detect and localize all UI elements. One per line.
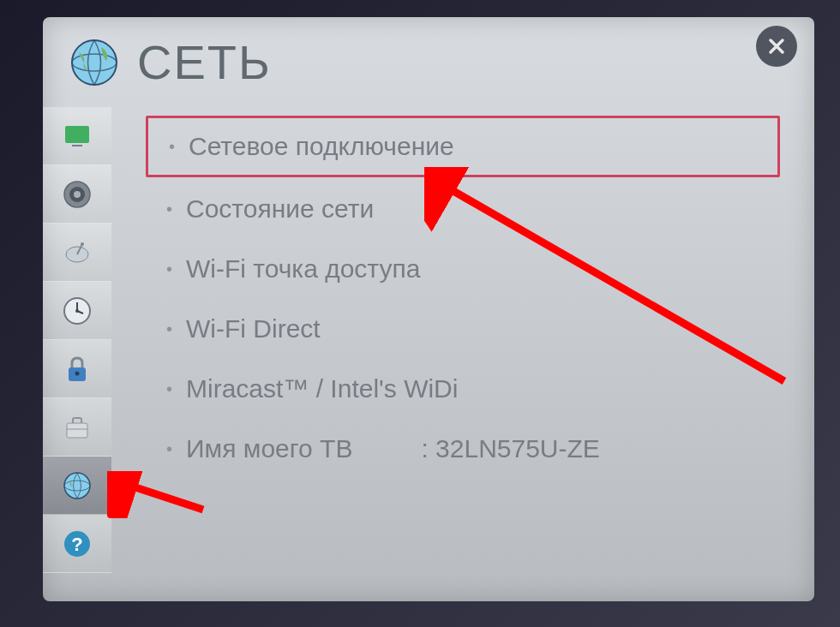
bullet-icon: • [166,260,172,279]
content-area: • Сетевое подключение • Состояние сети •… [111,99,814,597]
sidebar-item-sound[interactable] [43,165,111,224]
question-icon: ? [60,527,94,561]
svg-rect-3 [65,126,89,143]
svg-text:?: ? [71,534,82,555]
sidebar: ? [43,99,111,597]
globe-small-icon [60,469,94,503]
menu-label: Wi-Fi Direct [186,314,321,343]
settings-panel: СЕТЬ [43,17,814,601]
main-content: ? • Сетевое подключение • Состояние сети… [43,99,814,597]
close-icon [766,36,787,57]
sidebar-item-channel[interactable] [43,224,111,282]
bullet-icon: • [166,379,172,399]
satellite-icon [60,236,94,270]
sidebar-item-lock[interactable] [43,340,111,398]
sidebar-item-option[interactable] [43,398,111,457]
sidebar-item-support[interactable]: ? [43,515,111,573]
speaker-icon [60,177,94,212]
menu-label: Имя моего ТВ [186,434,352,463]
menu-item-wifi-hotspot[interactable]: • Wi-Fi точка доступа [146,241,780,297]
menu-item-network-connection[interactable]: • Сетевое подключение [146,116,780,177]
menu-label: Состояние сети [186,194,374,224]
svg-point-10 [81,242,84,246]
menu-item-network-status[interactable]: • Состояние сети [146,181,780,237]
clock-icon [60,294,94,328]
menu-item-tv-name[interactable]: • Имя моего ТВ : 32LN575U-ZE [146,421,780,477]
network-globe-icon [69,37,120,88]
menu-item-miracast[interactable]: • Miracast™ / Intel's WiDi [146,361,780,417]
sidebar-item-network[interactable] [43,457,111,515]
bullet-icon: • [169,137,175,157]
close-button[interactable] [756,26,797,67]
briefcase-icon [60,410,94,445]
bullet-icon: • [166,200,172,219]
sidebar-item-time[interactable] [43,282,111,340]
svg-rect-4 [72,145,82,146]
menu-label: Сетевое подключение [189,132,454,161]
menu-label: Miracast™ / Intel's WiDi [186,374,458,403]
menu-label: Wi-Fi точка доступа [186,254,420,284]
svg-rect-17 [67,423,87,438]
tv-name-value: : 32LN575U-ZE [421,434,599,463]
page-title: СЕТЬ [137,34,272,90]
sidebar-item-picture[interactable] [43,107,111,165]
svg-point-14 [75,309,79,313]
header: СЕТЬ [43,17,814,99]
svg-point-16 [75,371,80,375]
monitor-icon [60,119,94,153]
menu-item-wifi-direct[interactable]: • Wi-Fi Direct [146,301,780,357]
lock-icon [60,352,94,386]
svg-point-7 [74,191,81,198]
bullet-icon: • [166,319,172,339]
bullet-icon: • [166,439,172,459]
